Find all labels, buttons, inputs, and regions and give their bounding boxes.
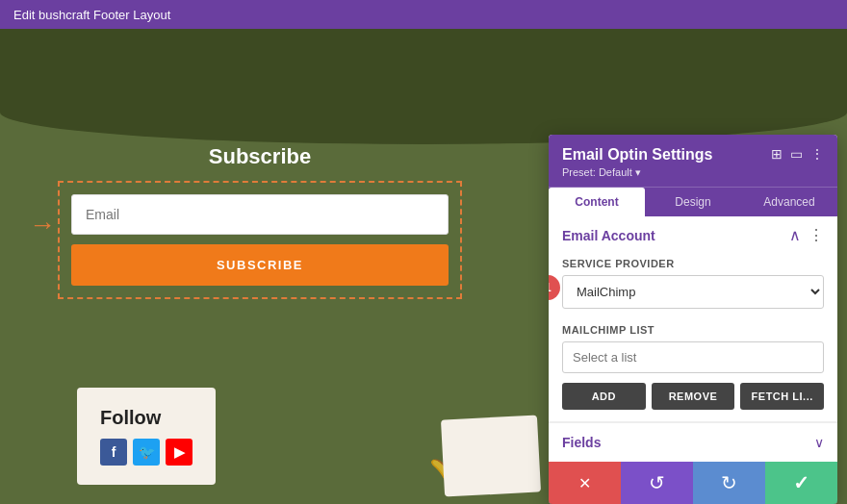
- facebook-icon[interactable]: f: [100, 439, 127, 466]
- email-input[interactable]: [71, 194, 449, 235]
- social-icons: f 🐦 ▶: [100, 439, 192, 466]
- panel-tabs: Content Design Advanced: [549, 187, 837, 216]
- step-badge-1: 1: [549, 275, 560, 300]
- undo-icon: ↺: [649, 471, 665, 494]
- mailchimp-list-section: MailChimp List ADD REMOVE FETCH LI...: [549, 320, 837, 421]
- service-provider-select[interactable]: MailChimp AWeber GetResponse: [562, 275, 824, 309]
- bottom-bar: ✕ ↺ ↻ ✓: [549, 462, 837, 504]
- twitter-icon[interactable]: 🐦: [133, 439, 160, 466]
- panel-title: Email Optin Settings: [562, 146, 712, 164]
- subscribe-section: Subscribe SUBSCRIBE: [58, 144, 462, 299]
- fields-section: Fields ∨: [549, 422, 837, 462]
- youtube-icon[interactable]: ▶: [166, 439, 192, 466]
- fetch-list-button[interactable]: FETCH LI...: [740, 383, 824, 410]
- panel-icon-more[interactable]: ⋮: [810, 146, 824, 162]
- subscribe-form-wrapper: SUBSCRIBE: [58, 181, 462, 299]
- email-account-section: Email Account ∧ ⋮ 1 Service Provider Mai…: [549, 216, 837, 422]
- card-decoration: [441, 415, 541, 496]
- panel-body: Email Account ∧ ⋮ 1 Service Provider Mai…: [549, 216, 837, 462]
- email-account-title: Email Account: [562, 228, 655, 243]
- panel-icons: ⊞ ▭ ⋮: [771, 146, 824, 162]
- canvas-area: → Subscribe SUBSCRIBE Follow f 🐦 ▶ 🤚 Ema…: [0, 29, 847, 504]
- settings-panel: Email Optin Settings Preset: Default ▾ ⊞…: [549, 135, 837, 504]
- close-button[interactable]: ✕: [549, 462, 621, 504]
- mailchimp-list-label: MailChimp List: [562, 324, 824, 336]
- top-bar-title: Edit bushcraft Footer Layout: [13, 8, 170, 22]
- redo-button[interactable]: ↻: [693, 462, 765, 504]
- undo-button[interactable]: ↺: [621, 462, 693, 504]
- arrow-indicator: →: [29, 210, 56, 240]
- mailchimp-list-input[interactable]: [562, 341, 824, 373]
- panel-header: Email Optin Settings Preset: Default ▾ ⊞…: [549, 135, 837, 187]
- tab-design[interactable]: Design: [645, 188, 741, 216]
- panel-icon-fullscreen[interactable]: ⊞: [771, 146, 783, 162]
- email-account-controls: ∧ ⋮: [789, 226, 824, 244]
- follow-section: Follow f 🐦 ▶: [77, 388, 216, 485]
- tab-advanced[interactable]: Advanced: [741, 188, 837, 216]
- service-provider-label: Service Provider: [562, 258, 824, 269]
- email-account-more-icon[interactable]: ⋮: [808, 226, 824, 244]
- panel-preset[interactable]: Preset: Default ▾: [562, 166, 712, 179]
- redo-icon: ↻: [721, 471, 737, 494]
- top-bar: Edit bushcraft Footer Layout: [0, 0, 847, 29]
- fields-chevron-icon[interactable]: ∨: [814, 435, 824, 450]
- follow-title: Follow: [100, 407, 192, 429]
- panel-icon-split[interactable]: ▭: [790, 146, 803, 162]
- check-icon: ✓: [793, 471, 809, 494]
- subscribe-button[interactable]: SUBSCRIBE: [71, 244, 449, 286]
- list-buttons: ADD REMOVE FETCH LI...: [562, 383, 824, 410]
- tab-content[interactable]: Content: [549, 188, 645, 216]
- service-provider-section: 1 Service Provider MailChimp AWeber GetR…: [549, 254, 837, 320]
- bg-texture: [0, 29, 847, 144]
- close-icon: ✕: [578, 474, 591, 492]
- collapse-icon[interactable]: ∧: [789, 226, 801, 244]
- email-account-header: Email Account ∧ ⋮: [549, 216, 837, 254]
- remove-button[interactable]: REMOVE: [652, 383, 735, 410]
- add-button[interactable]: ADD: [562, 383, 646, 410]
- subscribe-title: Subscribe: [58, 144, 462, 169]
- fields-title: Fields: [562, 435, 601, 450]
- confirm-button[interactable]: ✓: [765, 462, 837, 504]
